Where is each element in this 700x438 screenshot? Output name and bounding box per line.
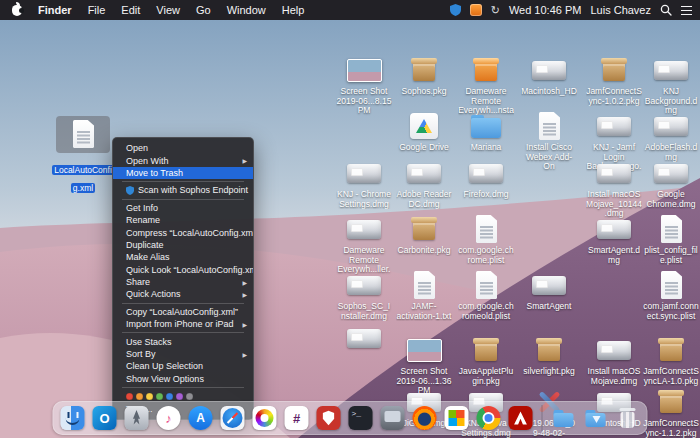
- desktop-icon[interactable]: KNJ - Chrome Settings.dmg: [336, 157, 392, 209]
- sync-status-icon[interactable]: ↻: [491, 3, 500, 17]
- context-menu-item-move-to-trash[interactable]: Move to Trash: [113, 167, 253, 179]
- notification-center-icon[interactable]: [681, 3, 692, 17]
- trash-dock-icon[interactable]: [616, 406, 640, 430]
- desktop-icon[interactable]: KNJ Background.dmg: [643, 54, 699, 116]
- desktop-icon[interactable]: Adobe Reader DC.dmg: [396, 157, 452, 209]
- desktop-icon[interactable]: com.google.chrome.plist: [458, 213, 514, 265]
- menu-item-label: Import from iPhone or iPad: [126, 319, 234, 329]
- menu-item-label: Open With: [126, 156, 169, 166]
- context-menu-item-scan-with-sophos[interactable]: Scan with Sophos Endpoint: [113, 184, 253, 196]
- desktop-icon[interactable]: Firefox.dmg: [458, 157, 514, 200]
- apple-menu-icon[interactable]: [10, 5, 30, 16]
- tag-red[interactable]: [126, 393, 133, 400]
- desktop-icon[interactable]: AdobeFlash.dmg: [643, 110, 699, 162]
- documents-folder-dock-icon[interactable]: [552, 406, 576, 430]
- desktop-icon[interactable]: Dameware Remote Everywh...ller.dmg: [336, 213, 392, 275]
- menu-window[interactable]: Window: [219, 0, 274, 20]
- context-menu-item-open-with[interactable]: Open With▶: [113, 154, 253, 166]
- context-menu-item-show-view-options[interactable]: Show View Options: [113, 373, 253, 385]
- desktop-icon[interactable]: silverlight.pkg: [521, 334, 577, 377]
- office-dock-icon[interactable]: [445, 406, 469, 430]
- context-menu-item-share[interactable]: Share▶: [113, 276, 253, 288]
- menubar-clock[interactable]: Wed 10:46 PM: [509, 0, 582, 20]
- tag-yellow[interactable]: [146, 393, 153, 400]
- dameware-status-icon[interactable]: [470, 4, 482, 16]
- context-menu-item-sort-by[interactable]: Sort By▶: [113, 348, 253, 360]
- menu-go[interactable]: Go: [188, 0, 219, 20]
- tag-purple[interactable]: [176, 393, 183, 400]
- selected-file-localautoconfig[interactable]: LocalAutoConfig.xml: [52, 116, 114, 195]
- desktop[interactable]: Screen Shot 2019-06...8.15 PM Sophos.pkg…: [0, 20, 700, 438]
- menu-finder[interactable]: Finder: [30, 0, 80, 20]
- desktop-icon[interactable]: JAMF-activation-1.txt: [396, 269, 452, 321]
- safari-dock-icon[interactable]: [221, 406, 245, 430]
- desktop-icon[interactable]: Install macOS Mojave.dmg: [586, 334, 642, 386]
- finder-dock-icon[interactable]: [61, 406, 85, 430]
- desktop-icon[interactable]: SmartAgent.dmg: [586, 213, 642, 265]
- desktop-icon[interactable]: Google Drive: [396, 110, 452, 153]
- tag-blue[interactable]: [166, 393, 173, 400]
- desktop-icon[interactable]: JamfConnectSync-1.1.2.pkg: [643, 386, 699, 438]
- context-menu-item-quick-look[interactable]: Quick Look “LocalAutoConfig.xml”: [113, 264, 253, 276]
- context-menu-item-duplicate[interactable]: Duplicate: [113, 239, 253, 251]
- sophos-shield-status-icon[interactable]: [450, 3, 461, 17]
- context-menu-item-get-info[interactable]: Get Info: [113, 202, 253, 214]
- menubar-user-menu[interactable]: Luis Chavez: [590, 0, 651, 20]
- context-menu-item-copy[interactable]: Copy “LocalAutoConfig.xml”: [113, 306, 253, 318]
- desktop-icon[interactable]: Macintosh_HD: [521, 54, 577, 97]
- photos-dock-icon[interactable]: [253, 406, 277, 430]
- context-menu-item-quick-actions[interactable]: Quick Actions▶: [113, 288, 253, 300]
- tag-orange[interactable]: [136, 393, 143, 400]
- adobe-reader-dock-icon[interactable]: [509, 406, 533, 430]
- tag-gray[interactable]: [186, 393, 193, 400]
- slack-dock-icon[interactable]: [285, 406, 309, 430]
- dmg-icon: [342, 322, 386, 354]
- desktop-icon[interactable]: Sophos.pkg: [396, 54, 452, 97]
- remote-desktop-dock-icon[interactable]: [381, 406, 405, 430]
- menu-edit[interactable]: Edit: [113, 0, 148, 20]
- desktop-icon[interactable]: Carbonite.pkg: [396, 213, 452, 256]
- context-menu-item-clean-up-selection[interactable]: Clean Up Selection: [113, 360, 253, 372]
- desktop-icon[interactable]: JamfConnectSyncLA-1.0.pkg: [643, 334, 699, 386]
- downloads-folder-dock-icon[interactable]: [584, 406, 608, 430]
- desktop-icon[interactable]: SmartAgent: [521, 269, 577, 312]
- menu-item-label: Sort By: [126, 349, 156, 359]
- launchpad-dock-icon[interactable]: [125, 406, 149, 430]
- desktop-icon[interactable]: com.google.chromeold.plist: [458, 269, 514, 321]
- menu-help[interactable]: Help: [274, 0, 313, 20]
- chrome-dock-icon[interactable]: [477, 406, 501, 430]
- context-menu-item-rename[interactable]: Rename: [113, 214, 253, 226]
- context-menu-item-make-alias[interactable]: Make Alias: [113, 251, 253, 263]
- desktop-icon[interactable]: Dameware Remote Everywh...nstaller: [458, 54, 514, 116]
- desktop-icon[interactable]: Install macOS Mojave_10144.dmg: [586, 157, 642, 219]
- desktop-icon-label: Firefox.dmg: [458, 190, 514, 200]
- desktop-icon-label: JamfConnectSync-1.1.2.pkg: [643, 419, 699, 438]
- itunes-dock-icon[interactable]: [157, 406, 181, 430]
- spotlight-search-icon[interactable]: [660, 3, 672, 17]
- menu-file[interactable]: File: [80, 0, 114, 20]
- outlook-dock-icon[interactable]: [93, 406, 117, 430]
- desktop-icon[interactable]: Mariana: [458, 110, 514, 153]
- desktop-icon[interactable]: JavaAppletPlugin.pkg: [458, 334, 514, 386]
- desktop-icon-label: Macintosh_HD: [521, 87, 577, 97]
- context-menu-item-compress[interactable]: Compress “LocalAutoConfig.xml”: [113, 226, 253, 238]
- desktop-icon[interactable]: JamfConnectSync-1.0.2.pkg: [586, 54, 642, 106]
- desktop-icon[interactable]: Install Cisco Webex Add-On: [521, 110, 577, 172]
- context-menu-item-open[interactable]: Open: [113, 142, 253, 154]
- desktop-icon[interactable]: Screen Shot 2019-06...8.15 PM: [336, 54, 392, 116]
- desktop-icon-label: silverlight.pkg: [521, 367, 577, 377]
- context-menu-item-import-from-iphone[interactable]: Import from iPhone or iPad▶: [113, 318, 253, 330]
- desktop-icon[interactable]: plist_config_file.plist: [643, 213, 699, 265]
- sophos-dock-icon[interactable]: [317, 406, 341, 430]
- desktop-icon[interactable]: [336, 322, 392, 355]
- firefox-dock-icon[interactable]: [413, 406, 437, 430]
- tag-green[interactable]: [156, 393, 163, 400]
- dmg-icon: [342, 213, 386, 245]
- terminal-dock-icon[interactable]: [349, 406, 373, 430]
- desktop-icon[interactable]: com.jamf.connect.sync.plist: [643, 269, 699, 321]
- menu-view[interactable]: View: [148, 0, 188, 20]
- desktop-icon[interactable]: Sophos_SC_Installer.dmg: [336, 269, 392, 321]
- context-menu-item-use-stacks[interactable]: Use Stacks: [113, 335, 253, 347]
- desktop-icon[interactable]: Google Chrome.dmg: [643, 157, 699, 209]
- app-store-dock-icon[interactable]: [189, 406, 213, 430]
